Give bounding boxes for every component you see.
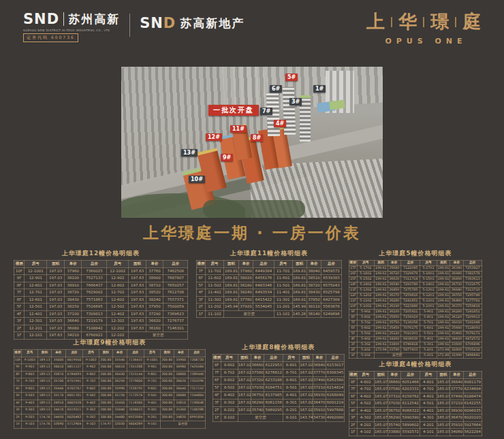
table-title: 上华璟庭9幢价格明细表 [14, 338, 206, 347]
column-header: 面积 [300, 355, 313, 362]
cell: 7108842 [82, 325, 107, 332]
cell: 5-102 [357, 353, 374, 359]
cell: 8F [14, 282, 25, 289]
cell: 35660 [450, 326, 464, 331]
cell: 4F [213, 392, 221, 400]
cell: 12-601 [25, 296, 47, 304]
snd-cn-name: 苏州高新 [68, 12, 120, 27]
cell: 6066322 [401, 407, 420, 414]
column-header: 面积 [375, 261, 388, 266]
cell: 37210 [450, 400, 464, 408]
cell: 199.61 [375, 331, 388, 337]
cell: 6602528 [65, 400, 82, 407]
cell: 165.07 [375, 393, 388, 400]
cell: 36370 [388, 293, 401, 299]
cell: 8-401 [283, 392, 300, 400]
cell: 5927664 [463, 421, 482, 429]
cell: 36190 [388, 304, 401, 310]
cell: 5563878 [321, 304, 342, 311]
cell: 8F [14, 371, 22, 378]
table-row: 6F11-602169.8138020645617611-601169.8138… [197, 275, 342, 282]
column-header: 单价 [112, 350, 127, 357]
column-header: 总价 [401, 261, 420, 266]
cell: 34820 [174, 414, 188, 421]
cell: 7F [349, 386, 358, 393]
table-row: 15F5-1502199.613663073117145-1501199.613… [349, 277, 482, 282]
table-row: 5F12-501197.0338150751669512-502197.6337… [14, 304, 188, 311]
table-row: 6F8-602167.023732062331868-601167.023749… [213, 377, 345, 385]
cell: 167.02 [300, 377, 313, 385]
cell: 7571863 [82, 296, 107, 304]
photo-trees [203, 200, 305, 218]
cell: 11-601 [274, 275, 292, 282]
cell: 171.88 [437, 353, 450, 359]
cell: 33800 [388, 342, 401, 348]
cell: 34450 [51, 414, 65, 421]
cell: 37760 [146, 267, 163, 275]
cell: 9-802 [83, 371, 99, 378]
cell: 189.13 [38, 364, 52, 372]
cell: 5F [349, 400, 358, 408]
column-header: 总价 [127, 350, 144, 357]
cell: 145.26 [292, 310, 306, 318]
cell: 5-1301 [420, 288, 437, 293]
cell: 10F [349, 304, 358, 310]
cell: 38040 [306, 267, 321, 275]
cell: 36800 [174, 371, 188, 378]
column-header: 单价 [388, 372, 401, 379]
cell: 167.02 [238, 370, 251, 377]
cell: 11F [349, 299, 358, 304]
cell: 6702767 [65, 385, 82, 393]
cell: 37780 [238, 296, 253, 304]
column-header: 面积 [160, 350, 174, 357]
cell: 9F [14, 364, 22, 372]
cell: 3F [213, 400, 221, 407]
cell: 36290 [388, 414, 401, 422]
table-title: 上华璟庭11幢价格明细表 [196, 249, 342, 258]
cell: 36280 [388, 299, 401, 304]
cell: 12-401 [25, 310, 47, 318]
cell: 38520 [146, 289, 163, 297]
cell: 3F [349, 342, 358, 348]
table-row: 3F9-303189.133447065193119-302200.803504… [14, 407, 206, 414]
column-header: 单价 [238, 261, 253, 268]
cell: 8-501 [283, 385, 300, 392]
cell: 36290 [251, 400, 264, 407]
table-row: 8F4-802165.073666060514664-801165.073684… [349, 378, 482, 386]
cell: 200.80 [99, 385, 112, 393]
cell: 33880 [388, 429, 401, 436]
stilt-floor-cell: 架空层 [375, 353, 420, 359]
cell: 4F [349, 337, 358, 342]
cell: 33790 [388, 348, 401, 353]
cell: 7311714 [401, 277, 420, 282]
cell: 5-1101 [420, 299, 437, 304]
cell: 37580 [251, 370, 264, 377]
cell: 12-1001 [25, 267, 47, 275]
developer-logos: SND 苏州高新 SUZHOU NEW DISTRICT HI-TECH IND… [23, 11, 245, 42]
cell: 165.07 [375, 421, 388, 429]
column-header: 楼层 [213, 355, 221, 362]
cell: 6261580 [326, 377, 344, 385]
cell: 37950 [146, 304, 163, 311]
cell: 6F [14, 385, 22, 393]
cell: 12-301 [25, 318, 47, 325]
snd-realestate-logo: SND 苏高新地产 [140, 15, 245, 31]
cell: 35810 [174, 400, 188, 407]
cell: 4F [349, 407, 358, 414]
cell: 169.81 [224, 282, 238, 289]
cell: 7253827 [463, 266, 482, 272]
cell: 199.61 [437, 272, 450, 277]
cell: 11-302 [205, 296, 224, 304]
cell: 7F [197, 267, 206, 275]
cell: 34260 [388, 337, 401, 342]
cell: 9-801 [144, 371, 160, 378]
column-header: 总价 [321, 261, 342, 268]
table-row: 4F8-402167.023675061379858-401167.023693… [213, 392, 345, 400]
table-row: 3F8-302167.023629060611568-301167.023647… [213, 400, 345, 407]
cell: 5-601 [420, 326, 437, 331]
column-header: 总价 [264, 355, 283, 362]
cell: 38910 [64, 282, 82, 289]
cell: 9-202 [83, 414, 99, 421]
cell: 200.80 [160, 414, 174, 421]
cell: 169.81 [292, 296, 306, 304]
